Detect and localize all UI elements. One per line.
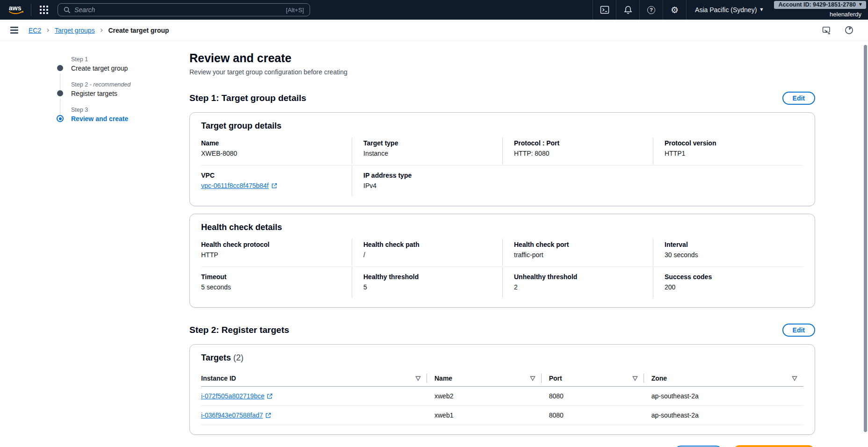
field-unhealthy-threshold: Unhealthy threshold 2 — [502, 267, 653, 298]
section-head-step1: Step 1: Target group details Edit — [189, 92, 815, 105]
aws-logo[interactable]: aws — [7, 4, 25, 16]
breadcrumb: EC2 › Target groups › Create target grou… — [29, 26, 169, 34]
column-header-port[interactable]: Port — [542, 370, 644, 386]
breadcrumb-target-groups-link[interactable]: Target groups — [55, 27, 95, 34]
cell-zone: ap-southeast-2a — [644, 406, 803, 425]
field-protocol-port: Protocol : Port HTTP: 8080 — [502, 137, 653, 164]
target-group-details-card: Target group details Name XWEB-8080 Targ… — [189, 112, 815, 206]
field-health-check-path: Health check path / — [352, 239, 502, 266]
step-eyebrow: Step 1 — [71, 56, 177, 63]
aws-logo-icon: aws — [7, 4, 25, 16]
edit-register-targets-button[interactable]: Edit — [782, 324, 815, 337]
instance-link[interactable]: i-072f505a802719bce — [201, 392, 273, 400]
side-menu-button[interactable] — [10, 27, 18, 33]
account-menu[interactable]: Account ID: 9429-1851-2780 ▼ — [774, 1, 866, 9]
step-title: Create target group — [71, 65, 177, 72]
chevron-down-icon: ▼ — [859, 3, 862, 7]
vertical-scrollbar[interactable] — [864, 45, 867, 432]
account-area: Account ID: 9429-1851-2780 ▼ helenaferdy — [774, 0, 868, 20]
page-subtitle: Review your target group configuration b… — [189, 68, 815, 76]
cell-port: 8080 — [542, 406, 644, 425]
notifications-button[interactable] — [616, 0, 639, 20]
topbar-left: aws [Alt+S] — [0, 0, 310, 20]
breadcrumb-bar: EC2 › Target groups › Create target grou… — [0, 20, 868, 41]
step-eyebrow: Step 3 — [71, 107, 177, 113]
search-bar: [Alt+S] — [58, 3, 310, 16]
field-interval: Interval 30 seconds — [653, 239, 803, 266]
targets-card: Targets (2) Instance ID Name — [189, 344, 815, 435]
targets-count: (2) — [233, 353, 244, 362]
step-bullet-icon — [57, 65, 63, 71]
field-protocol-version: Protocol version HTTP1 — [653, 137, 803, 164]
filter-triangle-icon[interactable] — [415, 376, 421, 381]
step-bullet-icon — [57, 90, 63, 96]
column-header-instance-id[interactable]: Instance ID — [201, 370, 427, 386]
cloudshell-button[interactable] — [593, 0, 616, 20]
breadcrumb-ec2-link[interactable]: EC2 — [29, 27, 41, 34]
create-target-group-button[interactable]: Create target group — [733, 445, 815, 447]
details-grid-row1: Name XWEB-8080 Target type Instance Prot… — [201, 137, 803, 164]
external-link-icon — [265, 412, 271, 418]
edit-target-group-details-button[interactable]: Edit — [782, 92, 815, 105]
settings-button[interactable]: ⚙ — [663, 0, 686, 20]
search-icon — [64, 7, 71, 14]
field-vpc: VPC vpc-0611f8cc8f475b84f — [201, 166, 352, 196]
help-button[interactable]: ? — [639, 0, 663, 20]
breadcrumb-actions — [821, 25, 858, 35]
field-target-type: Target type Instance — [352, 137, 502, 164]
filter-triangle-icon[interactable] — [632, 376, 638, 381]
filter-triangle-icon[interactable] — [792, 376, 797, 381]
step-nav-item-register-targets[interactable]: Step 2 - recommended Register targets — [57, 81, 177, 97]
details-grid-row2: VPC vpc-0611f8cc8f475b84f IP address typ… — [201, 165, 803, 196]
table-row: i-072f505a802719bce xweb2 8080 ap-southe… — [201, 387, 803, 406]
field-healthy-threshold: Healthy threshold 5 — [352, 267, 502, 298]
main-column: Review and create Review your target gro… — [189, 41, 815, 447]
wizard-step-nav: Step 1 Create target group Step 2 - reco… — [57, 56, 177, 447]
aws-console-screen: aws [Alt+S] — [0, 0, 868, 447]
bell-icon — [623, 5, 633, 14]
region-selector[interactable]: Asia Pacific (Sydney) ▼ — [686, 0, 771, 20]
step-title: Register targets — [71, 90, 177, 97]
card-title: Target group details — [201, 121, 803, 131]
field-name: Name XWEB-8080 — [201, 137, 352, 164]
breadcrumb-current-page: Create target group — [108, 27, 169, 34]
account-id-label: Account ID: 9429-1851-2780 — [778, 1, 855, 8]
field-success-codes: Success codes 200 — [653, 267, 803, 298]
page-content: Step 1 Create target group Step 2 - reco… — [0, 41, 868, 447]
cell-port: 8080 — [542, 387, 644, 405]
cloudshell-terminal-icon — [600, 5, 609, 14]
topbar: aws [Alt+S] — [0, 0, 868, 20]
health-grid-row1: Health check protocol HTTP Health check … — [201, 239, 803, 266]
page-title: Review and create — [189, 51, 815, 65]
vpc-link[interactable]: vpc-0611f8cc8f475b84f — [201, 182, 277, 189]
cell-name: xweb1 — [427, 406, 542, 425]
table-row: i-036f943e07588fad7 xweb1 8080 ap-southe… — [201, 406, 803, 425]
card-title: Health check details — [201, 223, 803, 232]
help-icon: ? — [647, 6, 655, 14]
region-label: Asia Pacific (Sydney) — [695, 6, 757, 14]
username-label: helenaferdy — [830, 11, 861, 18]
health-check-details-card: Health check details Health check protoc… — [189, 214, 815, 308]
step-title: Review and create — [71, 115, 177, 123]
field-health-check-port: Health check port traffic-port — [502, 239, 653, 266]
filter-triangle-icon[interactable] — [530, 376, 535, 381]
step-nav-item-create-target-group[interactable]: Step 1 Create target group — [57, 56, 177, 72]
services-menu-button[interactable] — [35, 0, 53, 20]
field-health-check-protocol: Health check protocol HTTP — [201, 239, 352, 266]
breadcrumb-separator-icon: › — [100, 26, 103, 34]
targets-table-header: Instance ID Name Port Zone — [201, 370, 803, 387]
external-link-icon — [271, 183, 277, 189]
column-header-zone[interactable]: Zone — [644, 370, 803, 386]
targets-table: Instance ID Name Port Zone — [201, 370, 803, 425]
search-input[interactable] — [74, 6, 282, 14]
field-timeout: Timeout 5 seconds — [201, 267, 352, 298]
column-header-name[interactable]: Name — [427, 370, 542, 386]
card-title: Targets (2) — [201, 353, 803, 363]
health-grid-row2: Timeout 5 seconds Healthy threshold 5 Un… — [201, 267, 803, 298]
recently-visited-icon[interactable] — [844, 25, 854, 35]
step-nav-item-review-and-create[interactable]: Step 3 Review and create — [57, 107, 177, 123]
instance-link[interactable]: i-036f943e07588fad7 — [201, 411, 271, 419]
shortcuts-panel-icon[interactable] — [821, 26, 832, 35]
apps-grid-icon — [40, 6, 48, 14]
topbar-icon-group: ? ⚙ Asia Pacific (Sydney) ▼ — [593, 0, 771, 20]
